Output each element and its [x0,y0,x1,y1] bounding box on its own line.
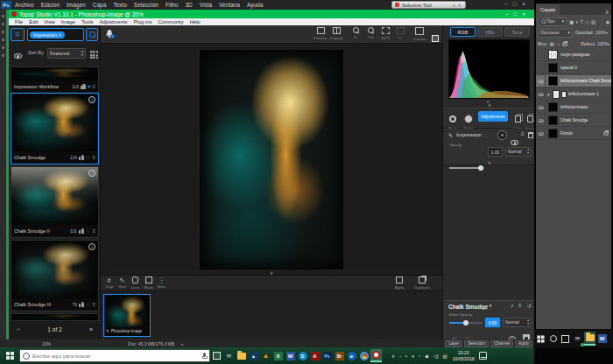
image-canvas[interactable] [101,44,442,270]
tz-menu-edit[interactable]: Edit [29,19,38,24]
layer-blend-dropdown[interactable]: Oscurecer ▾ [538,29,573,38]
preview-button[interactable]: Preview [314,27,328,40]
taskbar-edge[interactable]: e [346,349,357,362]
panel-menu-icon[interactable]: ≡ [605,10,609,15]
previous-page-button[interactable]: « [9,326,28,332]
layer-row-chalk-smudge[interactable]: Chalk Smudge [536,115,611,127]
lens-tool-button[interactable]: Lens [130,276,141,290]
filter-kind-icons[interactable]: ▣◐T▭▤ [569,19,597,24]
plugin-apply-button[interactable]: Apply [515,340,532,347]
favorite-icon[interactable]: ♡ [86,155,90,160]
search-button[interactable] [86,28,98,41]
favorite-icon[interactable]: ♥ [88,84,91,89]
share-icon[interactable]: ↗ [510,303,514,309]
start-button-2[interactable] [535,332,546,346]
zoom-100-button[interactable]: 100% [378,27,392,40]
opacity-value[interactable]: 1.00 [488,147,503,157]
tz-menu-view[interactable]: View [44,19,54,24]
display-icon[interactable]: ▫ [419,354,420,359]
info-icon[interactable]: i [88,243,95,250]
search-input[interactable] [32,354,202,359]
filter-type-dropdown[interactable]: Tipo ▾ [538,18,567,26]
visibility-toggle[interactable] [536,128,546,140]
ps-menu-vista[interactable]: Vista [200,2,212,8]
ps-menu-ventana[interactable]: Ventana [219,2,240,8]
minimize-icon[interactable]: − [504,1,513,7]
start-button[interactable] [0,347,19,364]
panel-collapse-chevron[interactable]: ∧ [483,102,496,108]
visibility-toggle[interactable] [536,115,546,127]
effect-opacity-slider[interactable] [449,322,483,324]
layer-thumbnail[interactable] [548,50,558,60]
sort-dropdown[interactable]: Featured ▴▾ [47,48,86,59]
opacity-slider[interactable] [449,167,484,169]
taskbar-file-explorer[interactable] [236,349,247,362]
taskbar-photos[interactable]: ▲ [248,349,259,362]
zoom-level[interactable]: 20% [42,341,51,346]
next-page-button[interactable]: » [81,326,101,332]
fill-value[interactable]: 100% [597,42,608,46]
histogram-tab-hsl[interactable]: HSL [477,27,503,37]
zoom-out-button[interactable]: Out [363,27,377,39]
ps-menu-archivo[interactable]: Archivo [15,2,34,8]
search-tag[interactable]: Impression × [30,32,65,38]
preset-card-chalk-smudge-ii[interactable]: i Chalk Smudge II 101 ♡ ≡ [11,166,99,238]
layer-thumbnail[interactable] [548,76,558,86]
preset-card-impression-workflow[interactable]: Impression Workflow 116 ♥ ≡ [11,66,99,92]
tz-menu-tools[interactable]: Tools [81,19,94,24]
bright-button[interactable]: Bright [461,110,476,130]
antivirus-icon[interactable]: ● [412,354,414,359]
selective-tool-window[interactable]: Selective Tool □× [391,1,466,9]
preset-menu-icon[interactable]: ≡ [92,155,95,160]
maximize-icon[interactable]: □ [513,1,522,7]
tz-menu-help[interactable]: Help [190,19,201,24]
fit-button[interactable]: Fit [393,27,407,40]
ps-menu-capa[interactable]: Capa [93,2,107,8]
action-center-icon[interactable] [479,352,487,360]
reset-icon[interactable]: ↺ [527,303,532,309]
taskbar-bridge[interactable]: Br [334,349,345,362]
task-view-button-2[interactable] [560,332,571,346]
info-icon[interactable]: i [88,170,95,177]
tz-menu-plugins[interactable]: Plug-ins [133,19,151,24]
layer-thumbnail[interactable] [548,116,558,125]
plugin-channel-button[interactable]: Channel [490,340,513,347]
ps-menu-3d[interactable]: 3D [185,2,192,8]
adjustment-collapse-chevron[interactable]: ∨ [483,159,496,165]
layer-row-spacial-ii[interactable]: spacial II [536,62,611,74]
layer-mask-thumbnail[interactable] [553,90,560,99]
photoshop-tools-sliver[interactable] [0,10,6,340]
close-icon[interactable]: × [522,1,531,7]
taskbar-acrobat[interactable]: A [309,349,321,362]
effect-blend-dropdown[interactable]: Normal ▴▾ [503,318,532,327]
duplicate-button[interactable]: Duplicate [412,276,432,290]
apply-button[interactable]: Apply [391,276,407,290]
histogram-tab-tone[interactable]: Tone [504,27,530,37]
info-icon[interactable]: i [88,96,95,103]
preset-menu-icon[interactable]: ≡ [92,302,95,307]
effect-menu-icon[interactable]: ≡ [518,303,522,308]
ps-window-controls[interactable]: −□× [504,1,531,7]
tab-capas[interactable]: Capas [536,4,560,15]
tz-menu-adjustments[interactable]: Adjustments [99,19,127,24]
filter-pin-icon[interactable]: ◉ [606,19,609,24]
layer-row-brillo-contraste-chalk-smudge-ii[interactable]: brillo/contraste Chalk Smudge II [536,75,611,88]
close-icon[interactable]: × [522,11,531,17]
ps-menu-imagen[interactable]: Imagen [67,2,86,8]
ps-menu-ayuda[interactable]: Ayuda [247,2,263,8]
effects-search-field[interactable]: Impression × [27,28,84,41]
effect-opacity-value[interactable]: 0.50 [485,318,500,327]
taskbar2-word[interactable]: W [596,332,608,346]
lock-all-icon[interactable] [563,42,567,46]
taskbar-mail[interactable]: ✉ [223,349,235,362]
sidebar-hamburger-button[interactable]: ≡ [11,28,25,41]
add-adjustment-button[interactable]: + [497,130,507,140]
volume-icon[interactable]: ◁) [433,354,438,359]
taskbar-clock[interactable]: 23:23 10/05/2018 [453,350,475,361]
canvas-button[interactable]: Canvas [412,27,426,41]
ps-menu-texto[interactable]: Texto [113,2,127,8]
zoom-in-button[interactable]: In [349,27,363,39]
preset-menu-icon[interactable]: ≡ [92,84,95,89]
taskbar-chrome[interactable] [358,349,370,362]
network-icon[interactable]: ▤ [443,354,447,359]
